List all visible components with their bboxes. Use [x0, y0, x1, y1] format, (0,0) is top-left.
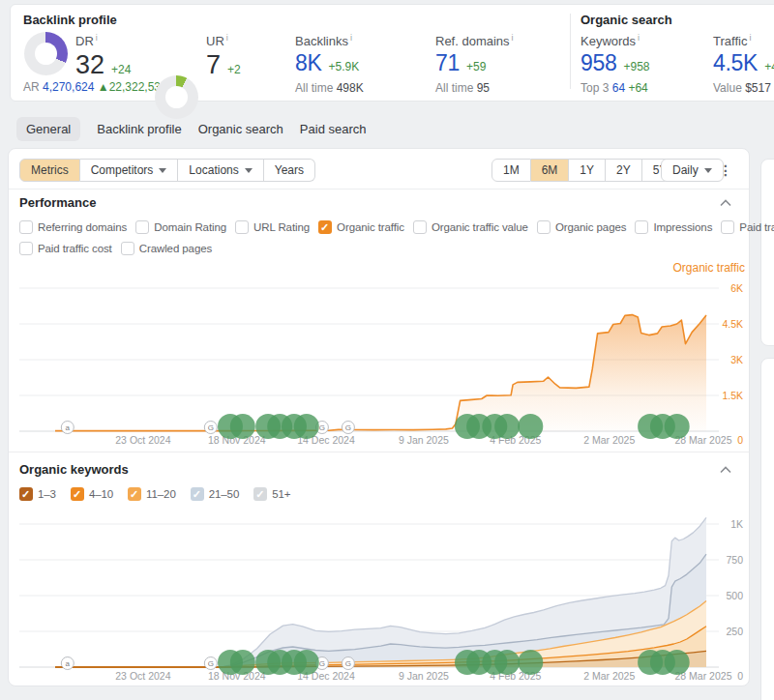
checkbox-label: Organic traffic value	[432, 221, 528, 233]
app-root: Backlink profile Organic search DRi 32+2…	[0, 0, 774, 700]
summary-divider	[570, 14, 571, 89]
tab-backlink-profile[interactable]: Backlink profile	[87, 117, 191, 141]
chevron-down-icon	[245, 168, 253, 173]
traffic-value[interactable]: 4.5K	[713, 50, 758, 76]
checkbox-organic-traffic-value[interactable]: Organic traffic value	[413, 220, 528, 234]
checkbox-paid-traffic-cost[interactable]: Paid traffic cost	[19, 242, 112, 255]
checkbox-11-20[interactable]: 11–20	[128, 487, 176, 501]
update-marker-letter: G	[345, 659, 351, 668]
tab-organic-search[interactable]: Organic search	[189, 117, 293, 141]
ranges-2y-button[interactable]: 2Y	[606, 159, 642, 182]
checkbox-checked-icon	[253, 487, 267, 501]
x-axis-label: 23 Oct 2024	[115, 434, 170, 445]
y-axis-label: 6K	[730, 282, 743, 294]
event-dot[interactable]	[665, 414, 690, 439]
checkbox-organic-traffic[interactable]: Organic traffic	[318, 220, 404, 234]
button-label: 2Y	[616, 163, 631, 177]
event-dot[interactable]	[665, 650, 690, 675]
event-dot[interactable]	[494, 414, 520, 439]
metric-ur: URi 7+2	[206, 33, 241, 80]
keyword-position-legend: 1–34–1011–2021–5051+	[19, 487, 290, 501]
checkbox-label: Domain Rating	[154, 221, 226, 233]
ranges-1y-button[interactable]: 1Y	[569, 159, 606, 182]
tab-paid-search[interactable]: Paid search	[290, 117, 376, 141]
info-icon[interactable]: i	[638, 33, 640, 43]
checkbox-label: URL Rating	[253, 221, 310, 233]
event-dot[interactable]	[230, 650, 255, 675]
checkbox-organic-pages[interactable]: Organic pages	[537, 220, 627, 234]
checkbox-label: Paid traffic cost	[38, 243, 112, 254]
button-label: Metrics	[31, 163, 69, 177]
checkbox-referring-domains[interactable]: Referring domains	[19, 220, 127, 234]
event-dot[interactable]	[494, 650, 520, 675]
toolbar-left-locations-button[interactable]: Locations	[178, 159, 263, 182]
filter-buttons: MetricsCompetitorsLocationsYears	[19, 159, 315, 182]
checkbox-unchecked-icon	[413, 220, 427, 234]
ref-domains-sub-label: All time	[435, 81, 473, 95]
event-dot[interactable]	[518, 414, 543, 439]
organic-keywords-chart[interactable]: 1K750500250023 Oct 202418 Nov 202414 Dec…	[12, 514, 747, 688]
checkbox-51-[interactable]: 51+	[253, 487, 290, 501]
checkbox-label: Referring domains	[38, 221, 127, 233]
y-axis-label: 4.5K	[722, 318, 743, 330]
checkbox-paid-traffic[interactable]: Paid traffic	[721, 220, 774, 234]
checkbox-label: 21–50	[209, 488, 239, 500]
checkbox-label: Paid traffic	[739, 221, 774, 233]
event-dot[interactable]	[294, 414, 319, 439]
event-dot[interactable]	[518, 650, 543, 675]
ref-domains-value[interactable]: 71	[435, 50, 460, 76]
traffic-sub-value: $517	[745, 81, 771, 95]
ref-domains-change: +59	[466, 60, 486, 73]
backlinks-sub-label: All time	[295, 81, 333, 95]
organic-traffic-chart[interactable]: 6K4.5K3K1.5K023 Oct 202418 Nov 202414 De…	[12, 273, 747, 445]
metric-traffic: Traffici 4.5K+4.5K Value $517	[713, 33, 774, 95]
collapse-icon[interactable]	[720, 466, 731, 474]
toolbar-left-metrics-button[interactable]: Metrics	[19, 159, 80, 182]
toolbar-left-competitors-button[interactable]: Competitors	[80, 159, 179, 182]
tab-general[interactable]: General	[16, 117, 80, 141]
info-icon[interactable]: i	[749, 33, 751, 43]
checkbox-label: Impressions	[653, 221, 712, 233]
ranges-1m-button[interactable]: 1M	[491, 159, 531, 182]
event-dot[interactable]	[230, 414, 255, 439]
checkbox-crawled-pages[interactable]: Crawled pages	[121, 242, 212, 255]
event-dot[interactable]	[294, 650, 319, 675]
granularity-button[interactable]: Daily	[661, 159, 724, 182]
info-icon[interactable]: i	[226, 33, 228, 43]
button-label: 1M	[503, 163, 520, 177]
traffic-change: +4.5K	[764, 60, 774, 73]
checkbox-unchecked-icon	[19, 220, 33, 234]
checkbox-domain-rating[interactable]: Domain Rating	[135, 220, 226, 234]
kebab-menu-icon[interactable]	[718, 159, 733, 182]
info-icon[interactable]: i	[512, 33, 514, 43]
y-axis-label: 1K	[730, 518, 743, 530]
backlinks-value[interactable]: 8K	[295, 50, 322, 76]
metric-backlinks: Backlinksi 8K+5.9K All time 498K	[295, 33, 364, 95]
ur-donut-chart	[155, 75, 198, 119]
keywords-sub-value[interactable]: 64	[612, 81, 625, 95]
update-marker-letter: a	[66, 659, 71, 668]
dr-value: 32	[75, 50, 104, 80]
keywords-value[interactable]: 958	[580, 50, 616, 76]
y-axis-label: 1.5K	[722, 390, 743, 401]
ur-label: UR	[206, 34, 224, 48]
granularity-group: Daily	[661, 159, 724, 182]
checkbox-4-10[interactable]: 4–10	[71, 487, 113, 501]
checkbox-21-50[interactable]: 21–50	[191, 487, 239, 501]
ranges-6m-button[interactable]: 6M	[531, 159, 570, 182]
organic-search-title: Organic search	[580, 13, 672, 27]
ar-value[interactable]: 4,270,624	[43, 80, 94, 94]
y-axis-label: 250	[726, 626, 743, 637]
backlinks-change: +5.9K	[329, 60, 360, 73]
info-icon[interactable]: i	[350, 33, 352, 43]
info-icon[interactable]: i	[96, 33, 98, 43]
checkbox-url-rating[interactable]: URL Rating	[235, 220, 310, 234]
ur-change: +2	[227, 63, 241, 76]
toolbar-left-years-button[interactable]: Years	[264, 159, 315, 182]
side-panel-bottom	[760, 358, 774, 700]
checkbox-1-3[interactable]: 1–3	[19, 487, 56, 501]
collapse-icon[interactable]	[720, 199, 731, 207]
ar-row: AR 4,270,624 ▲22,322,539	[23, 80, 167, 94]
x-axis-label: 2 Mar 2025	[583, 434, 635, 445]
checkbox-impressions[interactable]: Impressions	[635, 220, 712, 234]
